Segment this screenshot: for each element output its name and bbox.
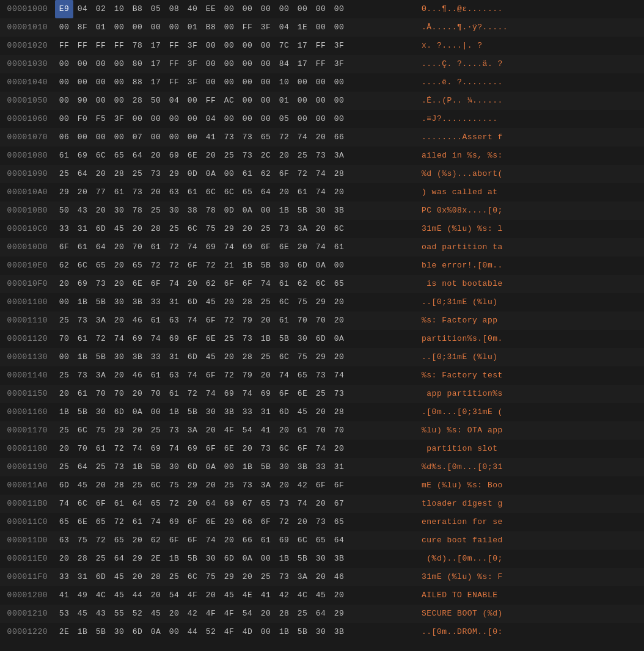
hex-byte: 43: [92, 605, 110, 623]
hex-byte: 69: [73, 275, 92, 293]
hex-bytes-group: 5043203078253038780D0A001B5B303B: [55, 202, 415, 220]
hex-byte: 25: [128, 165, 147, 183]
hex-byte: 20: [128, 568, 147, 586]
hex-byte: 6E: [183, 147, 202, 165]
hex-address: 000010B0: [0, 202, 55, 220]
hex-byte: 54: [238, 605, 257, 623]
hex-byte: 66: [238, 513, 257, 531]
hex-byte: 74: [147, 330, 165, 348]
hex-byte: 6F: [55, 238, 73, 256]
hex-byte: 73: [128, 183, 147, 202]
hex-byte: 00: [165, 18, 183, 37]
hex-byte: 4F: [220, 605, 238, 623]
hex-row: 0000111025733A20466163746F72792061707020…: [0, 311, 644, 330]
hex-byte: 69: [257, 385, 275, 403]
hex-byte: 25: [55, 458, 73, 476]
hex-byte: 29: [220, 568, 238, 586]
hex-byte: 6E: [73, 513, 92, 531]
hex-byte: 6C: [183, 568, 202, 586]
hex-byte: 30: [110, 623, 128, 641]
hex-byte: 45: [110, 568, 128, 586]
hex-byte: 17: [293, 55, 312, 73]
hex-byte: 4E: [238, 586, 257, 605]
hex-byte: 6C: [330, 220, 348, 238]
hex-byte: 63: [165, 366, 183, 385]
hex-row: 000010A029207761732063616C6C656420617420…: [0, 183, 644, 202]
hex-view: 00001000E9040210B8050840EE00000000000000…: [0, 0, 644, 641]
hex-byte: 20: [55, 550, 73, 568]
hex-byte: 04: [202, 110, 220, 128]
hex-byte: 6C: [73, 256, 92, 275]
hex-byte: 00: [55, 55, 73, 73]
hex-byte: 74: [312, 183, 330, 202]
hex-address: 00001100: [0, 293, 55, 311]
hex-byte: 1B: [128, 458, 147, 476]
hex-byte: 01: [275, 92, 293, 110]
hex-byte: 31: [257, 403, 275, 421]
hex-byte: 61: [293, 183, 312, 202]
hex-byte: 00: [110, 55, 128, 73]
hex-byte: 00: [128, 110, 147, 128]
ascii-text: 31mE (%lu) %s: l: [415, 220, 644, 238]
hex-byte: 70: [92, 385, 110, 403]
hex-bytes-group: 626C65206572726F72211B5B306D0A00: [55, 256, 415, 275]
hex-byte: 61: [73, 385, 92, 403]
hex-byte: 4F: [220, 623, 238, 641]
hex-byte: 33: [238, 403, 257, 421]
hex-byte: 61: [183, 183, 202, 202]
hex-row: 0000107006000000070000004173736572742066…: [0, 128, 644, 147]
hex-byte: 69: [147, 440, 165, 458]
ascii-text: PC 0x%08x....[0;: [415, 202, 644, 220]
hex-byte: 00: [220, 18, 238, 37]
ascii-text: eneration for se: [415, 513, 644, 531]
hex-byte: B8: [202, 18, 220, 37]
hex-byte: 6E: [220, 440, 238, 458]
hex-byte: 74: [202, 385, 220, 403]
hex-byte: 73: [312, 513, 330, 531]
hex-bytes-group: 06000000070000004173736572742066: [55, 128, 415, 147]
hex-byte: 30: [202, 403, 220, 421]
hex-byte: 25: [220, 330, 238, 348]
hex-byte: 67: [238, 495, 257, 513]
hex-byte: 6C: [183, 220, 202, 238]
hex-byte: 25: [257, 348, 275, 366]
hex-bytes-group: 706172746974696F6E25731B5B306D0A: [55, 330, 415, 348]
hex-byte: 6C: [275, 440, 293, 458]
hex-byte: 00: [220, 0, 238, 18]
hex-byte: 00: [257, 37, 275, 55]
hex-byte: 00: [73, 128, 92, 147]
hex-byte: 73: [275, 568, 293, 586]
hex-byte: 00: [312, 110, 330, 128]
hex-byte: 00: [110, 73, 128, 92]
ascii-text: SECURE BOOT (%d): [415, 605, 644, 623]
hex-address: 00001150: [0, 385, 55, 403]
hex-bytes-group: 20706172746974696F6E20736C6F7420: [55, 440, 415, 458]
hex-byte: 61: [55, 147, 73, 165]
hex-byte: 06: [55, 128, 73, 147]
hex-byte: 72: [183, 385, 202, 403]
hex-byte: 28: [110, 476, 128, 495]
hex-byte: 73: [330, 385, 348, 403]
hex-byte: 65: [238, 183, 257, 202]
hex-byte: 20: [55, 385, 73, 403]
hex-byte: FF: [202, 92, 220, 110]
hex-byte: 72: [220, 311, 238, 330]
hex-byte: 63: [55, 531, 73, 550]
hex-row: 000011F033316D452028256C75292025733A2046…: [0, 568, 644, 586]
hex-row: 000010C033316D452028256C75292025733A206C…: [0, 220, 644, 238]
ascii-text: %lu) %s: OTA app: [415, 421, 644, 440]
hex-byte: 5B: [183, 550, 202, 568]
hex-bytes-group: 1B5B306D0A001B5B303B33316D452028: [55, 403, 415, 421]
hex-byte: 33: [147, 293, 165, 311]
hex-byte: 6F: [220, 275, 238, 293]
hex-byte: 25: [55, 366, 73, 385]
hex-byte: 1B: [275, 202, 293, 220]
hex-byte: 00: [238, 55, 257, 73]
hex-byte: 3B: [128, 293, 147, 311]
hex-byte: 62: [147, 531, 165, 550]
hex-bytes-group: 256C75292025733A204F544120617070: [55, 421, 415, 440]
hex-byte: 28: [147, 220, 165, 238]
hex-byte: 25: [293, 147, 312, 165]
hex-byte: FF: [73, 37, 92, 55]
hex-bytes-group: 25733A20466163746F72792061707020: [55, 311, 415, 330]
